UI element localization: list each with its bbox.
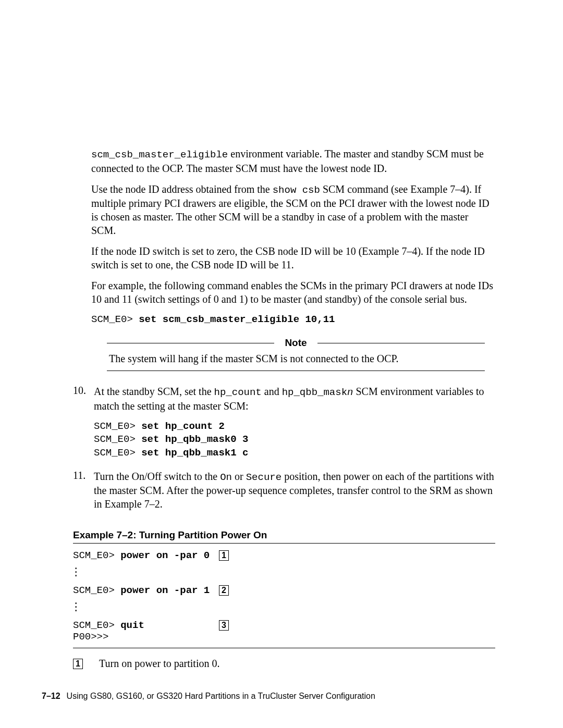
example-row-1: SCM_E0> power on -par 0 1 xyxy=(73,550,495,561)
step-10-text: At the standby SCM, set the hp_count and… xyxy=(94,385,495,413)
ex-cmd-2: SCM_E0> power on -par 1 xyxy=(73,585,219,596)
example-7-2-title: Example 7–2: Turning Partition Power On xyxy=(73,529,495,541)
callouts-list: 1 Turn on power to partition 0. xyxy=(73,658,495,670)
prompt: SCM_E0> xyxy=(73,585,120,596)
ex-cmd-3: SCM_E0> quit xyxy=(73,620,219,631)
command: quit xyxy=(120,620,144,631)
prompt: SCM_E0> xyxy=(91,314,139,325)
note-rule-bottom xyxy=(107,371,485,371)
page-footer: 7–12Using GS80, GS160, or GS320 Hard Par… xyxy=(42,692,375,701)
ex-cmd-4: P00>>> xyxy=(73,631,108,643)
page: scm_csb_master_eligible environment vari… xyxy=(0,0,563,728)
prompt: P00>>> xyxy=(73,631,108,643)
step-11-text: Turn the On/Off switch to the On or Secu… xyxy=(94,470,495,511)
code-hp-count: hp_count xyxy=(214,387,262,398)
example-row-3: SCM_E0> quit 3 xyxy=(73,620,495,631)
code-n: n xyxy=(347,387,353,398)
ex-cmd-1: SCM_E0> power on -par 0 xyxy=(73,550,219,561)
text: At the standby SCM, set the xyxy=(94,386,214,397)
note-box: Note The system will hang if the master … xyxy=(107,337,485,371)
command: power on -par 0 xyxy=(120,550,210,561)
para-use-node-id: Use the node ID address obtained from th… xyxy=(91,182,495,238)
step-10: 10. At the standby SCM, set the hp_count… xyxy=(73,385,495,470)
callout-icon-1: 1 xyxy=(73,659,83,669)
step-11: 11. Turn the On/Off switch to the On or … xyxy=(73,470,495,519)
callout-key-1: 1 xyxy=(73,658,99,670)
example-row-2: SCM_E0> power on -par 1 2 xyxy=(73,585,495,596)
continued-step-body: scm_csb_master_eligible environment vari… xyxy=(91,147,495,518)
command: set scm_csb_master_eligible 10,11 xyxy=(139,314,335,325)
step-10-number: 10. xyxy=(73,385,94,470)
prompt: SCM_E0> xyxy=(94,421,141,432)
step-10-body: At the standby SCM, set the hp_count and… xyxy=(94,385,495,470)
note-body: The system will hang if the master SCM i… xyxy=(107,352,485,371)
example-rule-top xyxy=(73,543,495,544)
note-label: Note xyxy=(282,337,310,349)
step-10-cmds: SCM_E0> set hp_count 2 SCM_E0> set hp_qb… xyxy=(94,420,495,460)
prompt: SCM_E0> xyxy=(73,550,120,561)
code-on: On xyxy=(220,472,232,483)
command: set hp_count 2 xyxy=(141,421,225,432)
text: Use the node ID address obtained from th… xyxy=(91,183,273,195)
para-env-var: scm_csb_master_eligible environment vari… xyxy=(91,147,495,175)
vertical-dots-2: ... xyxy=(73,599,495,610)
code-hp-qbb-mask: hp_qbb_mask xyxy=(282,387,347,398)
command: set hp_qbb_mask0 3 xyxy=(141,434,248,445)
prompt: SCM_E0> xyxy=(94,447,141,459)
step-11-body: Turn the On/Off switch to the On or Secu… xyxy=(94,470,495,519)
para-example-intro: For example, the following command enabl… xyxy=(91,279,495,306)
callout-1: 1 xyxy=(219,550,229,561)
para-node-id-switch: If the node ID switch is set to zero, th… xyxy=(91,244,495,272)
note-header: Note xyxy=(107,337,485,349)
note-rule-right xyxy=(317,343,485,343)
example-row-4: P00>>> xyxy=(73,631,495,643)
code-secure: Secure xyxy=(246,472,282,483)
note-rule-left xyxy=(107,343,274,343)
text: or xyxy=(232,471,246,482)
callout-row-1: 1 Turn on power to partition 0. xyxy=(73,658,495,670)
code-show-csb: show csb xyxy=(273,184,320,196)
prompt: SCM_E0> xyxy=(94,434,141,445)
steps-list: 10. At the standby SCM, set the hp_count… xyxy=(73,385,495,518)
example-7-2-body: SCM_E0> power on -par 0 1 ... SCM_E0> po… xyxy=(73,550,495,643)
prompt: SCM_E0> xyxy=(73,620,120,631)
page-number: 7–12 xyxy=(42,692,60,700)
text: and xyxy=(262,386,282,397)
text: Turn the On/Off switch to the xyxy=(94,471,220,482)
example-rule-bottom xyxy=(73,648,495,648)
callout-text-1: Turn on power to partition 0. xyxy=(99,658,495,670)
code-env-var: scm_csb_master_eligible xyxy=(91,149,228,161)
command: power on -par 1 xyxy=(120,585,210,596)
callout-3: 3 xyxy=(219,620,229,631)
cmd-set-master-eligible: SCM_E0> set scm_csb_master_eligible 10,1… xyxy=(91,313,495,327)
footer-text: Using GS80, GS160, or GS320 Hard Partiti… xyxy=(67,692,375,700)
vertical-dots-1: ... xyxy=(73,564,495,575)
step-11-number: 11. xyxy=(73,470,94,519)
command: set hp_qbb_mask1 c xyxy=(141,447,248,459)
callout-2: 2 xyxy=(219,585,229,596)
